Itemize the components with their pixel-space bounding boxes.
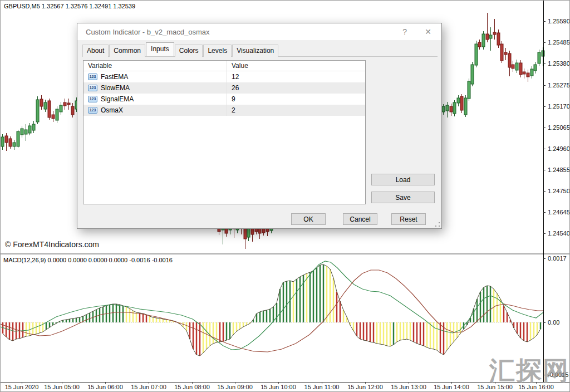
variable-cell: 123SlowEMA (83, 82, 227, 94)
mt4-chart-window: GBPUSD,M5 1.32567 1.32576 1.32491 1.3253… (0, 0, 570, 392)
price-tick (543, 212, 546, 213)
value-cell[interactable]: 26 (227, 84, 365, 92)
value-cell[interactable]: 12 (227, 73, 365, 81)
time-tick-label: 15 Jun 14:00 (434, 384, 469, 390)
time-tick-label: 15 Jun 11:00 (304, 384, 340, 390)
parameter-table: VariableValue123FastEMA12123SlowEMA26123… (83, 60, 366, 204)
tab-strip: AboutCommonInputsColorsLevelsVisualizati… (82, 45, 279, 56)
macd-indicator-label: MACD(12,26,9) 0.0000 0.0000 0.0000 0.000… (3, 257, 173, 263)
table-row-fastema[interactable]: 123FastEMA12 (83, 71, 365, 82)
time-tick (536, 382, 537, 384)
time-tick (62, 382, 62, 384)
dialog-titlebar[interactable]: Custom Indicator - b_v2_macd_osmax ? ✕ (77, 23, 441, 40)
save-button[interactable]: Save (371, 192, 435, 203)
dialog-title: Custom Indicator - b_v2_macd_osmax (86, 28, 210, 36)
time-tick-label: 15 Jun 12:00 (347, 384, 383, 390)
price-tick (543, 170, 546, 170)
time-tick (192, 382, 193, 384)
time-tick (22, 382, 22, 384)
time-tick-label: 15 Jun 07:00 (131, 384, 166, 390)
price-tick-label: 1.24645 (548, 209, 570, 215)
table-row-osmax[interactable]: 123OsmaX2 (83, 105, 365, 116)
price-tick (543, 106, 546, 107)
price-tick (543, 191, 546, 192)
numeric-type-icon: 123 (88, 85, 97, 91)
macd-tick-label: -0.0015 (548, 371, 568, 378)
price-tick-label: 1.25485 (548, 39, 570, 46)
tab-visualization[interactable]: Visualization (232, 45, 278, 57)
panel-divider[interactable] (1, 253, 570, 254)
cancel-button[interactable]: Cancel (343, 213, 377, 225)
time-tick (322, 382, 322, 384)
macd-tick-label: 0.0017 (548, 255, 567, 262)
table-row-signalema[interactable]: 123SignalEMA9 (83, 94, 365, 105)
macd-tick (543, 322, 546, 323)
time-axis[interactable]: 15 Jun 202015 Jun 05:0015 Jun 06:0015 Ju… (1, 383, 570, 392)
macd-tick-label: 0.00 (548, 319, 559, 326)
price-tick (543, 42, 546, 43)
time-tick-label: 15 Jun 10:00 (261, 384, 296, 390)
price-tick-label: 1.25380 (548, 60, 570, 67)
value-cell[interactable]: 9 (227, 95, 365, 103)
price-tick-label: 1.25170 (548, 103, 570, 110)
numeric-type-icon: 123 (88, 96, 97, 102)
value-column-header: Value (227, 62, 365, 70)
help-button[interactable]: ? (402, 27, 407, 36)
price-tick (543, 233, 546, 234)
tab-common[interactable]: Common (109, 45, 145, 57)
time-tick (278, 382, 279, 384)
time-tick (365, 382, 366, 384)
variable-name: OsmaX (101, 106, 123, 114)
ohlc-info: GBPUSD,M5 1.32567 1.32576 1.32491 1.3253… (4, 3, 135, 9)
price-tick-label: 1.24750 (548, 188, 570, 194)
time-tick-label: 15 Jun 13:00 (391, 384, 426, 390)
time-tick-label: 15 Jun 2020 (5, 384, 39, 390)
resize-grip[interactable] (435, 222, 440, 227)
tab-about[interactable]: About (82, 45, 109, 57)
time-tick (409, 382, 409, 384)
price-tick-label: 1.25065 (548, 124, 570, 131)
time-tick-label: 15 Jun 16:00 (518, 384, 554, 390)
variable-cell: 123FastEMA (83, 71, 227, 82)
price-tick-label: 1.24855 (548, 166, 570, 173)
time-tick-label: 15 Jun 05:00 (44, 384, 80, 390)
value-cell[interactable]: 2 (227, 106, 365, 114)
time-tick-label: 15 Jun 06:00 (87, 384, 123, 390)
price-tick-label: 1.24960 (548, 145, 570, 152)
price-tick (543, 128, 546, 128)
macd-tick (543, 258, 546, 259)
close-icon[interactable]: ✕ (425, 27, 431, 36)
time-tick-label: 15 Jun 09:00 (217, 384, 253, 390)
price-tick-label: 1.25590 (548, 18, 570, 24)
time-tick (105, 382, 106, 384)
variable-cell: 123OsmaX (83, 105, 227, 116)
tab-colors[interactable]: Colors (175, 45, 203, 57)
reset-button[interactable]: Reset (391, 213, 426, 225)
table-header-row: VariableValue (83, 61, 365, 71)
price-tick (543, 149, 546, 149)
time-tick-label: 15 Jun 15:00 (477, 384, 513, 390)
time-tick (451, 382, 452, 384)
price-tick (543, 21, 546, 22)
price-tick-label: 1.25275 (548, 82, 570, 89)
time-tick (149, 382, 149, 384)
variable-name: SlowEMA (101, 84, 130, 92)
load-button[interactable]: Load (371, 174, 435, 185)
custom-indicator-dialog: Custom Indicator - b_v2_macd_osmax ? ✕ A… (77, 23, 442, 229)
ok-button[interactable]: OK (291, 213, 326, 225)
numeric-type-icon: 123 (88, 74, 97, 80)
price-tick (543, 85, 546, 86)
time-tick (235, 382, 235, 384)
time-tick-label: 15 Jun 08:00 (174, 384, 210, 390)
numeric-type-icon: 123 (88, 107, 97, 114)
price-tick (543, 63, 546, 64)
time-tick (495, 382, 495, 384)
variable-column-header: Variable (83, 61, 227, 71)
variable-name: FastEMA (101, 73, 128, 81)
table-row-slowema[interactable]: 123SlowEMA26 (83, 82, 365, 94)
variable-cell: 123SignalEMA (83, 94, 227, 105)
price-tick-label: 1.24540 (548, 230, 570, 237)
tab-inputs[interactable]: Inputs (146, 42, 174, 56)
tab-levels[interactable]: Levels (203, 45, 232, 57)
copyright-watermark: © ForexMT4Indicators.com (5, 240, 99, 249)
